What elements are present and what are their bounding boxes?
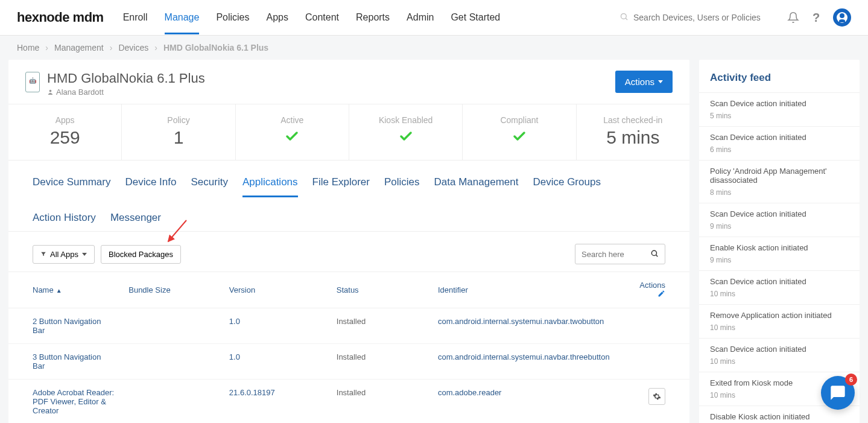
feed-item-text: Scan Device action initiated [710,345,849,354]
chevron-right-icon: › [154,43,157,52]
filter-icon [40,251,46,257]
gear-icon[interactable] [648,388,665,405]
check-icon [510,129,528,144]
chevron-right-icon: › [110,43,113,52]
device-type-icon [25,72,40,92]
help-icon[interactable]: ? [810,11,822,24]
bell-icon[interactable] [787,11,799,24]
nav-item-enroll[interactable]: Enroll [123,1,148,34]
pencil-icon[interactable] [657,290,665,299]
svg-line-1 [626,18,627,20]
stat-value: 1 [122,127,235,148]
feed-item-text: Scan Device action initiated [710,99,849,108]
svg-line-5 [656,255,658,256]
tab-messenger[interactable]: Messenger [110,212,161,231]
cell-identifier: com.adobe.reader [431,380,617,424]
brand-logo: hexnode mdm [17,10,104,25]
user-avatar[interactable] [833,8,851,27]
nav-item-reports[interactable]: Reports [356,1,390,34]
cell-name[interactable]: Adobe Acrobat Reader: PDF Viewer, Editor… [8,380,121,424]
person-icon [47,89,54,95]
nav-item-get-started[interactable]: Get Started [451,1,500,34]
feed-item[interactable]: Policy 'Android App Management' disassoc… [699,160,860,203]
actions-button[interactable]: Actions [615,71,673,93]
nav-item-admin[interactable]: Admin [407,1,434,34]
table-search-input[interactable] [581,250,647,259]
cell-version: 1.0 [222,344,329,380]
feed-item[interactable]: Scan Device action initiated10 mins [699,338,860,372]
filter-all-apps-button[interactable]: All Apps [33,245,95,264]
tab-action-history[interactable]: Action History [33,212,96,231]
cell-name[interactable]: 3 Button Navigation Bar [8,344,121,380]
chat-bubble[interactable]: 6 [821,376,855,410]
global-search-input[interactable] [633,13,776,22]
cell-bundle [121,308,222,344]
caret-down-icon [658,80,663,83]
feed-item[interactable]: Enable Kiosk action initiated9 mins [699,237,860,270]
breadcrumb-link[interactable]: Devices [118,43,148,52]
feed-item-text: Disable Kiosk action initiated [710,412,849,421]
feed-item[interactable]: Scan Device action initiated6 mins [699,126,860,160]
device-owner: Alana Bardott [47,87,205,97]
feed-item[interactable]: Scan Device action initiated9 mins [699,203,860,237]
breadcrumb-link[interactable]: Home [17,43,39,52]
activity-feed-title: Activity feed [699,60,860,92]
global-search[interactable] [619,12,776,23]
top-navigation: hexnode mdm EnrollManagePoliciesAppsCont… [0,0,868,36]
stat-value: 5 mins [577,127,689,148]
device-header: HMD GlobalNokia 6.1 Plus Alana Bardott A… [8,60,689,104]
device-title: HMD GlobalNokia 6.1 Plus [47,71,205,86]
table-row: 2 Button Navigation Bar1.0Installedcom.a… [8,308,689,344]
cell-name[interactable]: 2 Button Navigation Bar [8,308,121,344]
cell-actions [617,308,689,344]
cell-identifier: com.android.internal.systemui.navbar.thr… [431,344,617,380]
tab-file-explorer[interactable]: File Explorer [312,176,370,197]
th-status[interactable]: Status [329,272,431,308]
stat-label: Last checked-in [577,115,689,125]
tab-data-management[interactable]: Data Management [434,176,519,197]
nav-item-manage[interactable]: Manage [165,1,200,34]
tab-device-groups[interactable]: Device Groups [533,176,600,197]
feed-item-text: Scan Device action initiated [710,277,849,286]
tab-device-summary[interactable]: Device Summary [33,176,110,197]
stat-value [236,127,349,148]
breadcrumb-link[interactable]: Management [54,43,104,52]
breadcrumb: Home›Management›Devices›HMD GlobalNokia … [0,36,868,60]
cell-bundle [121,344,222,380]
nav-item-content[interactable]: Content [305,1,339,34]
stat-value: 259 [8,127,121,148]
feed-item-time: 9 mins [710,256,849,264]
cell-bundle [121,380,222,424]
th-actions[interactable]: Actions [617,272,689,308]
feed-item[interactable]: Scan Device action initiated10 mins [699,270,860,304]
th-version[interactable]: Version [222,272,329,308]
filter-row: All Apps Blocked Packages [8,232,689,272]
chat-badge: 6 [845,374,857,386]
feed-item[interactable]: Scan Device action initiated5 mins [699,92,860,126]
applications-tbody: 2 Button Navigation Bar1.0Installedcom.a… [8,308,689,424]
cell-actions [617,380,689,424]
filter-all-apps-label: All Apps [50,250,78,259]
th-identifier[interactable]: Identifier [431,272,617,308]
tab-device-info[interactable]: Device Info [125,176,176,197]
stat-policy: Policy1 [122,104,235,160]
feed-item-text: Policy 'Android App Management' disassoc… [710,167,849,185]
cell-actions [617,344,689,380]
nav-item-policies[interactable]: Policies [216,1,249,34]
th-name[interactable]: Name▲ [8,272,121,308]
tab-applications[interactable]: Applications [242,176,298,197]
blocked-packages-label: Blocked Packages [109,250,173,259]
feed-item-time: 10 mins [710,323,849,332]
blocked-packages-button[interactable]: Blocked Packages [101,245,181,264]
stat-label: Policy [122,115,235,125]
nav-item-apps[interactable]: Apps [267,1,288,34]
tab-policies[interactable]: Policies [384,176,420,197]
activity-feed-panel: Activity feed Scan Device action initiat… [699,60,860,423]
feed-item[interactable]: Remove Application action initiated10 mi… [699,304,860,338]
th-bundle[interactable]: Bundle Size [121,272,222,308]
stat-value [463,127,575,148]
stat-label: Kiosk Enabled [349,115,462,125]
table-search[interactable] [575,244,665,264]
svg-point-2 [49,90,52,92]
tab-security[interactable]: Security [191,176,227,197]
